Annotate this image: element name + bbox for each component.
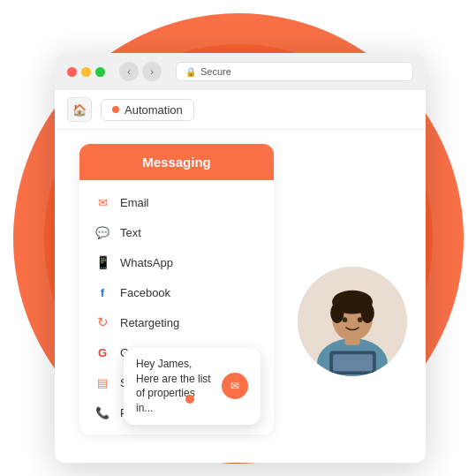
svg-point-8 (358, 317, 363, 322)
card-header-label: Messaging (142, 155, 211, 170)
portal-icon: ▤ (94, 374, 111, 391)
connector-dot (185, 395, 194, 404)
menu-item-email-label: Email (120, 196, 149, 209)
forward-icon: › (150, 66, 154, 77)
person-svg (298, 267, 407, 376)
breadcrumb-label: Automation (125, 103, 183, 117)
menu-item-retargeting[interactable]: ↻Retargeting (79, 307, 274, 337)
menu-item-retargeting-label: Retargeting (120, 316, 179, 329)
breadcrumb-dot (112, 106, 119, 113)
browser-bottom-space (55, 449, 426, 463)
scene: ‹ › 🔒 Secure 🏠 Automation (0, 0, 476, 476)
google-icon: G (94, 344, 111, 361)
back-icon: ‹ (127, 66, 131, 77)
facebook-icon: f (94, 283, 111, 301)
browser-titlebar: ‹ › 🔒 Secure (55, 53, 426, 90)
text-icon: 💬 (94, 223, 111, 241)
lock-icon: 🔒 (185, 67, 196, 77)
chat-email-icon: ✉ (222, 373, 248, 399)
maximize-button[interactable] (95, 67, 105, 77)
svg-point-6 (361, 303, 374, 323)
email-icon: ✉ (94, 193, 111, 211)
svg-rect-11 (333, 354, 373, 371)
nav-buttons: ‹ › (119, 62, 162, 81)
svg-point-5 (330, 303, 344, 323)
back-button[interactable]: ‹ (119, 62, 139, 81)
menu-item-text[interactable]: 💬Text (79, 217, 274, 247)
menu-item-whatsapp-label: WhatsApp (120, 256, 173, 269)
menu-item-facebook[interactable]: fFacebook (79, 277, 274, 307)
retargeting-icon: ↻ (94, 314, 111, 331)
traffic-lights (67, 67, 105, 77)
menu-item-email[interactable]: ✉Email (79, 187, 274, 217)
home-button[interactable]: 🏠 (67, 97, 92, 122)
person-avatar (295, 264, 410, 379)
forward-button[interactable]: › (142, 62, 162, 81)
browser-toolbar: 🏠 Automation (55, 90, 426, 130)
chat-bubble: Hey James,Here are the listof properties… (124, 348, 261, 425)
svg-point-7 (343, 317, 348, 322)
minimize-button[interactable] (81, 67, 91, 77)
card-header: Messaging (79, 144, 274, 180)
chat-bubble-text: Hey James,Here are the listof properties… (136, 357, 215, 416)
menu-item-whatsapp[interactable]: 📱WhatsApp (79, 247, 274, 277)
breadcrumb: Automation (101, 99, 194, 121)
address-text: Secure (200, 66, 231, 77)
phone-icon: 📞 (94, 404, 111, 421)
home-icon: 🏠 (72, 103, 87, 117)
close-button[interactable] (67, 67, 77, 77)
menu-item-facebook-label: Facebook (120, 286, 170, 299)
address-bar[interactable]: 🔒 Secure (176, 62, 413, 81)
email-icon: ✉ (230, 380, 239, 392)
menu-item-text-label: Text (120, 226, 141, 239)
chat-text: Hey James,Here are the listof properties… (136, 358, 211, 414)
whatsapp-icon: 📱 (94, 253, 111, 271)
